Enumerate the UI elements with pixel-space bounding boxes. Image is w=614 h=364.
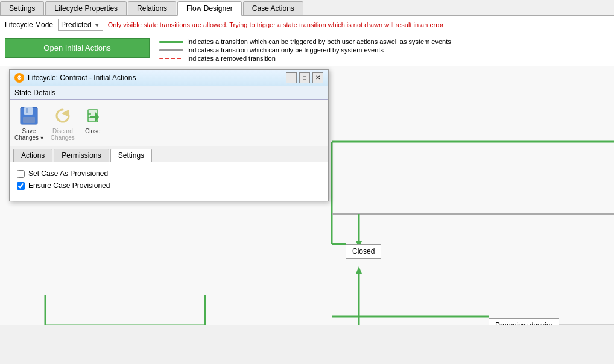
modal-inner-tabs: Actions Permissions Settings xyxy=(10,146,328,162)
discard-changes-button[interactable]: DiscardChanges xyxy=(51,105,75,141)
flow-node-prereview-dossier[interactable]: Prereview dossier xyxy=(489,318,559,325)
save-icon xyxy=(18,105,40,127)
modal-toolbar: SaveChanges ▾ DiscardChanges xyxy=(10,100,328,146)
lifecycle-mode-select[interactable]: Predicted ▼ xyxy=(58,19,103,31)
discard-label: DiscardChanges xyxy=(51,128,75,141)
set-case-provisioned-row: Set Case As Provisioned xyxy=(17,169,321,178)
dropdown-arrow-icon: ▼ xyxy=(94,22,100,28)
modal-titlebar: ⚙ Lifecycle: Contract - Initial Actions … xyxy=(10,70,328,86)
node-prereview-label: Prereview dossier xyxy=(495,321,552,325)
close-arrow-icon xyxy=(82,105,104,127)
tab-case-actions[interactable]: Case Actions xyxy=(243,1,303,15)
ensure-case-provisioned-row: Ensure Case Provisioned xyxy=(17,181,321,190)
lifecycle-mode-label: Lifecycle Mode xyxy=(5,20,53,29)
legend-line-red xyxy=(159,58,183,59)
modal-tab-settings[interactable]: Settings xyxy=(110,149,152,162)
svg-rect-19 xyxy=(26,108,28,113)
legend-item-green: Indicates a transition which can be trig… xyxy=(159,38,609,45)
legend-line-gray xyxy=(159,49,183,51)
legend-item-gray: Indicates a transition which can only be… xyxy=(159,46,609,54)
set-case-provisioned-checkbox[interactable] xyxy=(17,170,25,178)
modal-maximize-button[interactable]: □ xyxy=(299,72,310,83)
modal-section-bar: State Details xyxy=(10,86,328,100)
modal-icon: ⚙ xyxy=(14,73,24,83)
tab-relations[interactable]: Relations xyxy=(128,1,176,15)
svg-marker-20 xyxy=(62,110,69,117)
legend-text-red: Indicates a removed transition xyxy=(187,55,276,62)
mode-warning-text: Only visible state transitions are allow… xyxy=(108,21,609,28)
legend-text-green: Indicates a transition which can be trig… xyxy=(187,38,451,45)
open-initial-actions-button[interactable]: Open Initial Actions xyxy=(5,38,150,58)
modal-window-controls: – □ ✕ xyxy=(286,72,323,83)
svg-rect-18 xyxy=(23,117,35,123)
toolbar: Lifecycle Mode Predicted ▼ Only visible … xyxy=(0,16,614,34)
svg-marker-7 xyxy=(356,266,362,274)
tab-flow-designer[interactable]: Flow Designer xyxy=(177,1,242,16)
tab-settings[interactable]: Settings xyxy=(0,1,44,15)
legend-item-red: Indicates a removed transition xyxy=(159,55,609,62)
main-content: Closed Prereview dossier ⚙ Lifecycle: Co… xyxy=(0,66,614,325)
close-label: Close xyxy=(85,128,101,134)
lifecycle-mode-value: Predicted xyxy=(61,20,92,29)
discard-icon xyxy=(52,105,74,127)
modal-body: Set Case As Provisioned Ensure Case Prov… xyxy=(10,162,328,201)
modal-dialog: ⚙ Lifecycle: Contract - Initial Actions … xyxy=(9,69,329,201)
legend-line-green xyxy=(159,41,183,43)
modal-tab-permissions[interactable]: Permissions xyxy=(54,149,109,162)
modal-title: Lifecycle: Contract - Initial Actions xyxy=(28,74,282,82)
tabs-bar: Settings Lifecycle Properties Relations … xyxy=(0,0,614,16)
tab-lifecycle-properties[interactable]: Lifecycle Properties xyxy=(45,1,127,15)
close-button[interactable]: Close xyxy=(82,105,104,141)
flow-node-closed[interactable]: Closed xyxy=(346,244,381,259)
modal-tab-actions[interactable]: Actions xyxy=(13,149,52,162)
modal-close-button[interactable]: ✕ xyxy=(312,72,323,83)
save-changes-button[interactable]: SaveChanges ▾ xyxy=(14,105,43,141)
legend-text-gray: Indicates a transition which can only be… xyxy=(187,46,384,54)
node-closed-label: Closed xyxy=(352,247,375,256)
modal-section-label: State Details xyxy=(14,89,55,97)
modal-minimize-button[interactable]: – xyxy=(286,72,297,83)
ensure-case-provisioned-label: Ensure Case Provisioned xyxy=(28,181,110,190)
ensure-case-provisioned-checkbox[interactable] xyxy=(17,182,25,190)
set-case-provisioned-label: Set Case As Provisioned xyxy=(28,169,108,178)
save-label: SaveChanges ▾ xyxy=(14,128,43,141)
